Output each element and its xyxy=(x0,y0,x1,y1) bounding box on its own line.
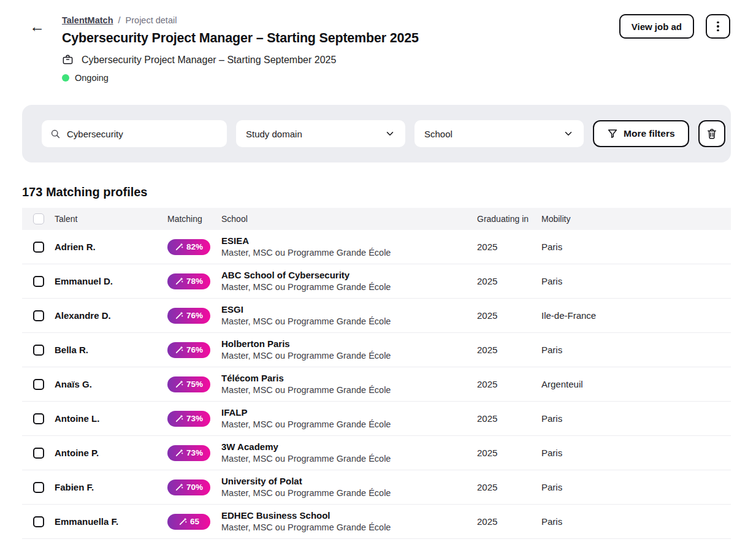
talent-name: Bella R. xyxy=(55,345,167,355)
table-row-partial[interactable]: Sciences Po Paris xyxy=(22,539,731,550)
breadcrumb-root-link[interactable]: TalentMatch xyxy=(62,15,113,25)
magic-wand-icon xyxy=(178,518,187,526)
mobility-value: Paris xyxy=(541,516,731,527)
school-name: ESIEA xyxy=(221,235,477,246)
mobility-value: Argenteuil xyxy=(541,379,731,389)
school-program: Master, MSC ou Programme Grande École xyxy=(221,487,477,499)
magic-wand-icon xyxy=(175,311,183,320)
search-input[interactable] xyxy=(67,129,218,139)
school-program: Master, MSC ou Programme Grande École xyxy=(221,453,477,465)
results-count-heading: 173 Matching profiles xyxy=(22,185,756,199)
select-all-checkbox[interactable] xyxy=(33,213,44,224)
magic-wand-icon xyxy=(175,414,183,423)
mobility-value: Paris xyxy=(541,276,731,286)
school-program: Master, MSC ou Programme Grande École xyxy=(221,350,477,362)
row-checkbox[interactable] xyxy=(33,345,44,356)
school-name: EDHEC Business School xyxy=(221,510,477,521)
table-row[interactable]: Emmanuel D. 78% ABC School of Cybersecur… xyxy=(22,264,731,299)
school-program: Master, MSC ou Programme Grande École xyxy=(221,281,477,293)
study-domain-select[interactable]: Study domain xyxy=(236,120,405,147)
mobility-value: Paris xyxy=(541,413,731,424)
talent-name: Antoine P. xyxy=(55,448,167,458)
view-job-ad-button[interactable]: View job ad xyxy=(619,14,694,39)
status-badge: Ongoing xyxy=(62,73,419,83)
column-header-school: School xyxy=(221,214,477,224)
row-checkbox[interactable] xyxy=(33,482,44,493)
matching-badge: 70% xyxy=(167,479,210,495)
matching-value: 76% xyxy=(186,311,203,320)
table-body: Adrien R. 82% ESIEA Master, MSC ou Progr… xyxy=(22,230,731,539)
breadcrumb-separator: / xyxy=(118,15,121,25)
breadcrumb: TalentMatch / Project detail xyxy=(62,15,419,25)
briefcase-icon xyxy=(62,54,74,66)
more-options-button[interactable] xyxy=(706,14,730,39)
row-checkbox[interactable] xyxy=(33,448,44,459)
row-checkbox[interactable] xyxy=(33,310,44,321)
talent-name: Anaïs G. xyxy=(55,379,167,389)
graduating-year: 2025 xyxy=(477,379,541,389)
school-program: Master, MSC ou Programme Grande École xyxy=(221,419,477,430)
school-name: University of Polat xyxy=(221,475,477,487)
trash-icon xyxy=(706,128,718,140)
table-row[interactable]: Emmanuella F. 65 EDHEC Business School M… xyxy=(22,505,731,539)
matching-badge: 65 xyxy=(167,514,210,530)
more-filters-label: More filters xyxy=(624,128,675,139)
mobility-value: Paris xyxy=(541,448,731,458)
filter-funnel-icon xyxy=(607,128,618,139)
study-domain-label: Study domain xyxy=(246,129,302,139)
search-icon xyxy=(50,129,61,139)
job-label: Cybersecurity Project Manager – Starting… xyxy=(82,55,336,66)
table-row[interactable]: Fabien F. 70% University of Polat Master… xyxy=(22,470,731,505)
column-header-matching: Matching xyxy=(167,214,221,224)
mobility-value: Paris xyxy=(541,345,731,355)
school-select-label: School xyxy=(424,129,452,139)
table-header-row: Talent Matching School Graduating in Mob… xyxy=(22,208,731,230)
matching-value: 78% xyxy=(186,277,203,286)
school-program: Master, MSC ou Programme Grande École xyxy=(221,316,477,327)
magic-wand-icon xyxy=(175,483,183,492)
profiles-table: Talent Matching School Graduating in Mob… xyxy=(22,208,731,550)
mobility-value: Ile-de-France xyxy=(541,310,731,321)
school-name: 3W Academy xyxy=(221,441,477,453)
status-label: Ongoing xyxy=(75,73,109,83)
matching-badge: 75% xyxy=(167,376,210,392)
row-checkbox[interactable] xyxy=(33,413,44,424)
talent-name: Emmanuella F. xyxy=(55,516,167,527)
filter-bar: Study domain School More filters xyxy=(22,105,731,162)
table-row[interactable]: Adrien R. 82% ESIEA Master, MSC ou Progr… xyxy=(22,230,731,264)
column-header-mobility: Mobility xyxy=(541,214,731,224)
chevron-down-icon xyxy=(384,128,395,139)
back-button[interactable]: ← xyxy=(29,20,44,33)
breadcrumb-current: Project detail xyxy=(126,15,177,25)
table-row[interactable]: Antoine L. 73% IFALP Master, MSC ou Prog… xyxy=(22,402,731,436)
table-row[interactable]: Bella R. 76% Holberton Paris Master, MSC… xyxy=(22,333,731,367)
row-checkbox[interactable] xyxy=(33,379,44,390)
row-checkbox[interactable] xyxy=(33,276,44,287)
column-header-graduating: Graduating in xyxy=(477,214,541,224)
matching-badge: 73% xyxy=(167,411,210,427)
school-name: IFALP xyxy=(221,407,477,418)
row-checkbox[interactable] xyxy=(33,516,44,527)
page-header: ← TalentMatch / Project detail Cybersecu… xyxy=(0,0,756,83)
clear-filters-button[interactable] xyxy=(698,120,725,147)
magic-wand-icon xyxy=(175,380,183,389)
school-name: Holberton Paris xyxy=(221,338,477,349)
mobility-value: Paris xyxy=(541,482,731,492)
row-checkbox[interactable] xyxy=(33,242,44,253)
magic-wand-icon xyxy=(175,449,183,457)
table-row[interactable]: Antoine P. 73% 3W Academy Master, MSC ou… xyxy=(22,436,731,470)
graduating-year: 2025 xyxy=(477,345,541,355)
matching-value: 65 xyxy=(190,517,199,526)
matching-value: 73% xyxy=(186,448,203,457)
mobility-value: Paris xyxy=(541,242,731,252)
school-select[interactable]: School xyxy=(414,120,584,147)
school-name: ESGI xyxy=(221,304,477,315)
table-row[interactable]: Alexandre D. 76% ESGI Master, MSC ou Pro… xyxy=(22,299,731,333)
more-filters-button[interactable]: More filters xyxy=(593,120,689,147)
school-name: ABC School of Cybersecurity xyxy=(221,269,477,281)
talent-name: Fabien F. xyxy=(55,482,167,492)
search-box xyxy=(42,120,227,147)
graduating-year: 2025 xyxy=(477,276,541,286)
table-row[interactable]: Anaïs G. 75% Télécom Paris Master, MSC o… xyxy=(22,367,731,402)
matching-badge: 73% xyxy=(167,445,210,461)
